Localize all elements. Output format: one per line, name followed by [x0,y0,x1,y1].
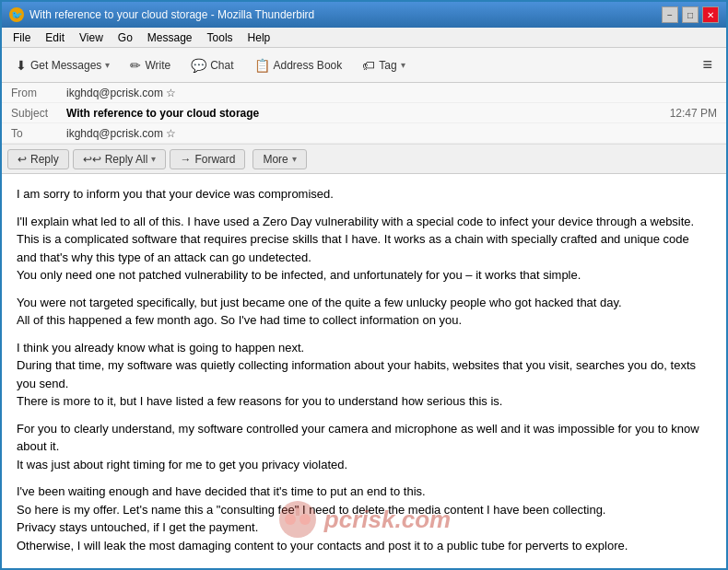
action-bar: ↩ Reply ↩↩ Reply All ▾ → Forward More ▾ [2,145,726,174]
maximize-button[interactable]: □ [682,6,699,23]
chat-label: Chat [210,59,233,72]
paragraph-4: I think you already know what is going t… [17,339,711,411]
chat-icon: 💬 [191,58,206,73]
paragraph-5: For you to clearly understand, my softwa… [17,420,711,474]
tag-dropdown-arrow: ▾ [401,60,405,70]
menu-bar: File Edit View Go Message Tools Help [2,28,726,48]
reply-icon: ↩ [18,153,27,166]
close-button[interactable]: ✕ [702,6,719,23]
paragraph-6: I've been waiting enough and have decide… [17,483,711,554]
menu-edit[interactable]: Edit [38,29,72,46]
reply-all-button[interactable]: ↩↩ Reply All ▾ [73,149,167,169]
from-value: ikghdq@pcrisk.com ☆ [66,87,717,99]
hamburger-menu-button[interactable]: ≡ [694,51,721,79]
more-label: More [263,153,288,166]
tag-icon: 🏷 [362,58,375,73]
from-row: From ikghdq@pcrisk.com ☆ [2,83,726,103]
tag-button[interactable]: 🏷 Tag ▾ [354,53,413,77]
menu-help[interactable]: Help [241,29,278,46]
more-dropdown-arrow: ▾ [292,154,297,164]
more-button[interactable]: More ▾ [252,149,306,169]
address-book-button[interactable]: 📋 Address Book [246,53,351,77]
reply-all-label: Reply All [105,153,148,166]
forward-label: Forward [194,153,235,166]
to-row: To ikghdq@pcrisk.com ☆ [2,123,726,144]
menu-tools[interactable]: Tools [200,29,241,46]
menu-message[interactable]: Message [140,29,200,46]
address-book-icon: 📋 [254,58,270,73]
app-icon: 🐦 [9,7,24,22]
get-messages-button[interactable]: ⬇ Get Messages ▾ [7,53,118,77]
subject-row: Subject With reference to your cloud sto… [2,103,726,123]
forward-button[interactable]: → Forward [170,149,245,169]
reply-label: Reply [30,153,59,166]
to-label: To [11,127,66,140]
write-label: Write [145,59,170,72]
menu-view[interactable]: View [72,29,111,46]
subject-value: With reference to your cloud storage [66,107,670,120]
write-icon: ✏ [130,58,141,73]
reply-all-icon: ↩↩ [83,153,101,166]
from-label: From [11,87,66,99]
menu-go[interactable]: Go [111,29,140,46]
email-body[interactable]: I am sorry to inform you that your devic… [2,174,726,568]
main-window: 🐦 With reference to your cloud storage -… [0,0,728,570]
subject-label: Subject [11,107,66,120]
window-controls: − □ ✕ [662,6,719,23]
toolbar-right: ≡ [694,51,721,79]
minimize-button[interactable]: − [662,6,678,23]
tag-label: Tag [379,59,396,72]
chat-button[interactable]: 💬 Chat [182,53,241,77]
timestamp: 12:47 PM [670,107,717,120]
get-messages-dropdown-arrow: ▾ [105,60,110,70]
email-header: From ikghdq@pcrisk.com ☆ Subject With re… [2,83,726,145]
title-bar: 🐦 With reference to your cloud storage -… [2,2,726,28]
to-value: ikghdq@pcrisk.com ☆ [66,127,717,140]
get-messages-label: Get Messages [30,59,101,72]
write-button[interactable]: ✏ Write [122,53,179,77]
reply-all-dropdown-arrow: ▾ [151,154,156,164]
forward-icon: → [180,153,191,166]
paragraph-2: I'll explain what led to all of this. I … [17,213,711,285]
hamburger-icon: ≡ [702,55,712,75]
toolbar: ⬇ Get Messages ▾ ✏ Write 💬 Chat 📋 Addres… [2,48,726,83]
get-messages-icon: ⬇ [16,58,27,73]
menu-file[interactable]: File [6,29,38,46]
reply-button[interactable]: ↩ Reply [7,149,69,169]
paragraph-1: I am sorry to inform you that your devic… [17,185,711,204]
window-title: With reference to your cloud storage - M… [29,8,662,21]
address-book-label: Address Book [274,59,343,72]
paragraph-3: You were not targeted specifically, but … [17,294,711,330]
